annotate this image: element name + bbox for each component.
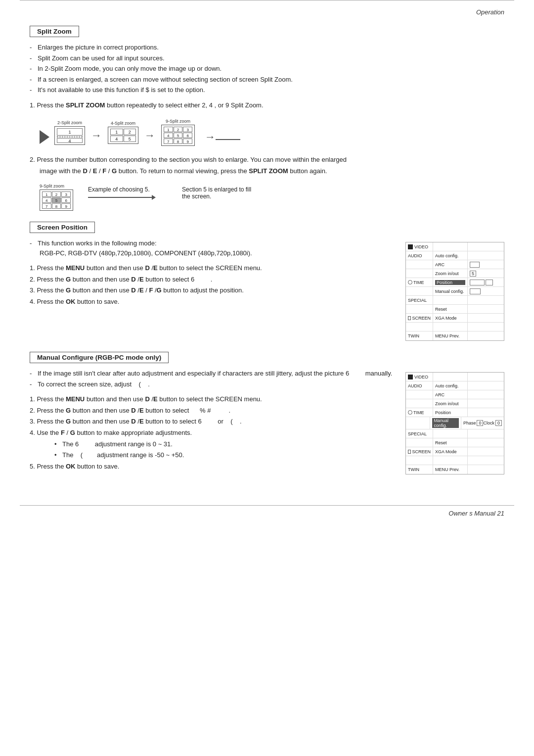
screen-position-content: VIDEO AUDIO Auto config.	[30, 238, 504, 341]
menu2-left-time: TIME	[406, 408, 433, 417]
menu-left-special: SPECIAL	[406, 296, 433, 304]
example-arrow-line	[88, 197, 152, 198]
mc-sub-bullets: The 6 adjustment range is 0 ~ 31. The ( …	[44, 439, 504, 460]
page-header: Operation	[0, 4, 534, 16]
menu2-left-arc	[406, 390, 433, 399]
clock-box: 0	[495, 420, 502, 426]
zoom-4-cell-2: 2	[124, 129, 136, 135]
screen-position-section: Screen Position VIDEO	[30, 222, 504, 341]
split-zoom-step1-bold: SPLIT ZOOM	[66, 101, 105, 109]
menu2-left-manual	[406, 417, 430, 429]
menu-right-zoom: 5	[468, 269, 504, 278]
screen-icon	[408, 316, 411, 320]
menu2-mid-zoom: Zoom in/out	[433, 399, 468, 408]
mc-sub-1: The 6 adjustment range is 0 ~ 31.	[54, 439, 504, 450]
menu2-right-special	[468, 429, 504, 438]
menu-right-twin	[468, 331, 504, 340]
menu-left-twin: TWIN	[406, 331, 433, 340]
page: Operation Split Zoom Enlarges the pictur…	[0, 0, 534, 756]
screen-position-title: Screen Position	[30, 222, 95, 233]
menu-right-position	[468, 278, 504, 286]
menu-mid-twin: MENU Prev.	[433, 331, 468, 340]
menu-left-empty	[406, 323, 433, 331]
page-footer: Owner s Manual 21	[0, 506, 534, 521]
menu-mid-arc: ARC	[433, 260, 468, 269]
split-zoom-section: Split Zoom Enlarges the picture in corre…	[30, 26, 504, 211]
zoom-2-label: 2-Split zoom	[57, 120, 82, 125]
menu2-row-manual: Manual config. Phase 0 Clock 0	[406, 417, 504, 429]
split-zoom-step2-cont: image with the D / E / F / G button. To …	[30, 166, 504, 176]
sp-bullet-sub: RGB-PC, RGB-DTV (480p,720p,1080i), COMPO…	[38, 249, 252, 257]
bullet-1: Enlarges the picture in correct proporti…	[30, 42, 504, 53]
menu2-right-position	[468, 408, 504, 417]
menu-row-reset: Reset	[406, 305, 504, 314]
menu-row-twin: TWIN MENU Prev.	[406, 331, 504, 340]
zoom-2-cell-1: 1	[57, 128, 83, 136]
screen-position-header: Screen Position	[30, 222, 504, 238]
zoom-2-grid: 1 4	[54, 126, 85, 145]
example-result: Section 5 is enlarged to fill the screen…	[182, 184, 251, 200]
time-icon	[408, 280, 412, 284]
menu-left-time: TIME	[406, 278, 433, 286]
zoom-9-label: 9-Split zoom	[166, 119, 190, 124]
arrow-1: →	[91, 123, 102, 142]
menu-left-reset	[406, 305, 433, 313]
zoom-box-9: 9-Split zoom 1 2 3 4 5 6 7 8 9	[161, 119, 195, 146]
zoom-4-grid: 1 2 4 5	[108, 127, 138, 144]
menu2-mid-special	[433, 429, 468, 438]
menu-row-screen: SCREEN XGA Mode	[406, 314, 504, 323]
zoom-4-cell-4: 4	[110, 136, 123, 142]
menu2-row-zoom: Zoom in/out	[406, 399, 504, 408]
zoom-box-4: 4-Split zoom 1 2 4 5	[108, 121, 138, 144]
example-9-grid: 1 2 3 4 5 6 7 8 9	[40, 189, 73, 211]
menu-left-manual	[406, 287, 433, 295]
menu-right-special	[468, 296, 504, 304]
example-center: Example of choosing 5.	[88, 184, 152, 198]
menu-right-manual	[468, 287, 504, 295]
menu2-right-arc	[468, 390, 504, 399]
split-zoom-bullets: Enlarges the picture in correct proporti…	[30, 42, 504, 95]
menu-mid-special	[433, 296, 468, 304]
header-title: Operation	[476, 8, 504, 16]
arrow-2: →	[144, 123, 155, 142]
menu2-row-special: SPECIAL	[406, 429, 504, 438]
menu-mid-manual: Manual config.	[433, 287, 468, 295]
sp-bullet-1: This function works in the following mod…	[30, 238, 504, 258]
mc-bullet-1: If the image still isn't clear after aut…	[30, 368, 504, 379]
menu2-mid-twin: MENU Prev.	[433, 465, 468, 474]
arrow-end: →	[205, 131, 216, 143]
zoom-4-cells: 1 2 4 5	[110, 129, 136, 142]
menu2-mid-arc: ARC	[433, 390, 468, 399]
menu2-right-twin	[468, 465, 504, 474]
manual-box	[470, 288, 481, 294]
zoom-2-divider	[57, 136, 83, 138]
main-content: Split Zoom Enlarges the picture in corre…	[0, 16, 534, 495]
bullet-3: In 2-Split Zoom mode, you can only move …	[30, 63, 504, 74]
menu2-right-manual: Phase 0 Clock 0	[461, 417, 504, 429]
zoom-value: 5	[470, 271, 476, 277]
zoom-2-cell-4: 4	[57, 138, 83, 143]
menu2-right-zoom	[468, 399, 504, 408]
example-arrow-row	[88, 197, 152, 198]
menu2-row-arc: ARC	[406, 390, 504, 399]
bullet-4: If a screen is enlarged, a screen can mo…	[30, 74, 504, 85]
manual-configure-content: VIDEO AUDIO Auto config.	[30, 368, 504, 474]
menu-left-zoom	[406, 269, 433, 278]
example-left: 9-Split zoom 1 2 3 4 5 6 7 8 9	[40, 184, 73, 211]
menu-mid-empty	[433, 323, 468, 331]
menu-row-zoom: Zoom in/out 5	[406, 269, 504, 278]
zoom-4-label: 4-Split zoom	[111, 121, 135, 126]
zoom-4-cell-1: 1	[110, 129, 123, 135]
manual-config-bullets: If the image still isn't clear after aut…	[30, 368, 504, 389]
menu2-mid-position: Position	[433, 408, 468, 417]
manual-configure-title: Manual Configure (RGB-PC mode only)	[30, 352, 169, 363]
menu-right-empty	[468, 323, 504, 331]
example-text: Example of choosing 5.	[88, 186, 152, 193]
mc-sub-2: The ( adjustment range is -50 ~ +50.	[54, 450, 504, 461]
menu-row-special: SPECIAL	[406, 296, 504, 305]
menu2-left-twin: TWIN	[406, 465, 433, 474]
mc-bullet-2: To correct the screen size, adjust ( .	[30, 379, 504, 390]
menu-row-manual: Manual config.	[406, 287, 504, 296]
top-divider	[20, 0, 514, 4]
bullet-2: Split Zoom can be used for all input sou…	[30, 53, 504, 64]
